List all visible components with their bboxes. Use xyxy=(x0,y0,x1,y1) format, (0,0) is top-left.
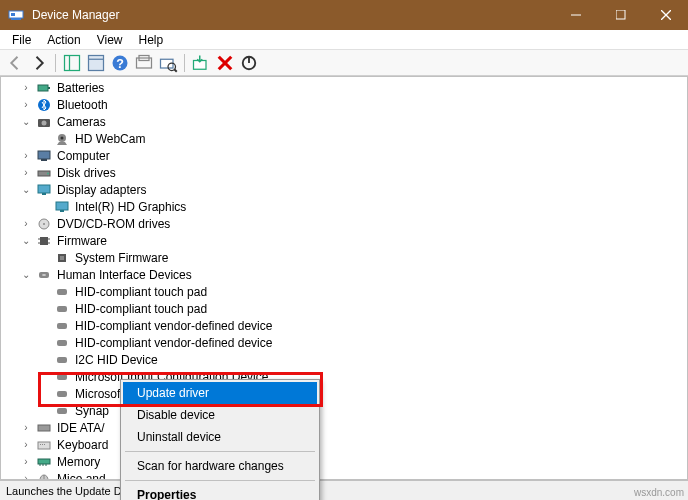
minimize-button[interactable] xyxy=(553,0,598,30)
tree-item-ideata[interactable]: ›IDE ATA/ xyxy=(1,419,687,436)
svg-rect-50 xyxy=(57,323,67,329)
tree-item-cameras[interactable]: ⌄Cameras xyxy=(1,113,687,130)
menu-view[interactable]: View xyxy=(89,31,131,49)
disk-icon xyxy=(36,165,52,181)
svg-rect-30 xyxy=(41,159,47,161)
expand-icon[interactable]: › xyxy=(19,81,33,95)
tree-item-synap[interactable]: Synap xyxy=(1,402,687,419)
svg-rect-56 xyxy=(38,425,50,431)
hid-icon xyxy=(54,369,70,385)
context-scan-hardware[interactable]: Scan for hardware changes xyxy=(123,455,317,477)
update-driver-button[interactable] xyxy=(190,52,212,74)
expand-icon[interactable]: › xyxy=(19,166,33,180)
collapse-icon[interactable]: ⌄ xyxy=(19,115,33,129)
menu-file[interactable]: File xyxy=(4,31,39,49)
collapse-icon[interactable]: ⌄ xyxy=(19,268,33,282)
collapse-icon[interactable]: ⌄ xyxy=(19,183,33,197)
hid-icon xyxy=(54,301,70,317)
svg-point-47 xyxy=(42,274,46,276)
separator xyxy=(125,451,315,452)
scan-button[interactable] xyxy=(157,52,179,74)
computer-icon xyxy=(36,148,52,164)
svg-rect-49 xyxy=(57,306,67,312)
context-properties[interactable]: Properties xyxy=(123,484,317,500)
svg-rect-2 xyxy=(11,13,15,16)
tree-item-display[interactable]: ⌄Display adapters xyxy=(1,181,687,198)
svg-rect-22 xyxy=(38,85,48,91)
tree-item-hidvendor1[interactable]: HID-compliant vendor-defined device xyxy=(1,317,687,334)
expand-icon[interactable]: › xyxy=(19,149,33,163)
tree-item-hid[interactable]: ⌄Human Interface Devices xyxy=(1,266,687,283)
tree-item-i2chid[interactable]: I2C HID Device xyxy=(1,351,687,368)
svg-rect-53 xyxy=(57,374,67,380)
hid-icon xyxy=(54,386,70,402)
toolbar: ? xyxy=(0,50,688,76)
svg-rect-54 xyxy=(57,391,67,397)
device-tree[interactable]: ›Batteries ›Bluetooth ⌄Cameras HD WebCam… xyxy=(0,76,688,480)
chip-icon xyxy=(36,233,52,249)
separator xyxy=(125,480,315,481)
display-icon xyxy=(54,199,70,215)
tree-item-batteries[interactable]: ›Batteries xyxy=(1,79,687,96)
show-hidden-button[interactable] xyxy=(133,52,155,74)
context-uninstall-device[interactable]: Uninstall device xyxy=(123,426,317,448)
tree-item-memory[interactable]: ›Memory xyxy=(1,453,687,470)
svg-point-32 xyxy=(47,172,49,174)
tree-item-hidtouch1[interactable]: HID-compliant touch pad xyxy=(1,283,687,300)
svg-rect-36 xyxy=(60,210,64,212)
tree-item-hidvendor2[interactable]: HID-compliant vendor-defined device xyxy=(1,334,687,351)
dvd-icon xyxy=(36,216,52,232)
expand-icon[interactable]: › xyxy=(19,472,33,481)
uninstall-button[interactable] xyxy=(214,52,236,74)
back-button[interactable] xyxy=(4,52,26,74)
chip-icon xyxy=(54,250,70,266)
svg-rect-57 xyxy=(38,442,50,449)
tree-item-sysfirmware[interactable]: System Firmware xyxy=(1,249,687,266)
hid-icon xyxy=(54,335,70,351)
tree-item-hdwebcam[interactable]: HD WebCam xyxy=(1,130,687,147)
tree-item-computer[interactable]: ›Computer xyxy=(1,147,687,164)
tree-item-hidtouch2[interactable]: HID-compliant touch pad xyxy=(1,300,687,317)
hid-icon xyxy=(54,318,70,334)
expand-icon[interactable]: › xyxy=(19,421,33,435)
expand-icon[interactable]: › xyxy=(19,438,33,452)
menu-action[interactable]: Action xyxy=(39,31,88,49)
close-button[interactable] xyxy=(643,0,688,30)
tree-item-msinput1[interactable]: Microsoft Input Configuration Device xyxy=(1,368,687,385)
context-update-driver[interactable]: Update driver xyxy=(123,382,317,404)
tree-item-intelhd[interactable]: Intel(R) HD Graphics xyxy=(1,198,687,215)
svg-rect-61 xyxy=(38,459,50,464)
tree-item-firmware[interactable]: ⌄Firmware xyxy=(1,232,687,249)
svg-rect-9 xyxy=(89,55,104,70)
svg-rect-52 xyxy=(57,357,67,363)
forward-button[interactable] xyxy=(28,52,50,74)
menu-help[interactable]: Help xyxy=(131,31,172,49)
watermark: wsxdn.com xyxy=(634,487,684,498)
properties-button[interactable] xyxy=(85,52,107,74)
expand-icon[interactable]: › xyxy=(19,217,33,231)
menu-bar: File Action View Help xyxy=(0,30,688,50)
tree-item-dvdcd[interactable]: ›DVD/CD-ROM drives xyxy=(1,215,687,232)
maximize-button[interactable] xyxy=(598,0,643,30)
svg-line-17 xyxy=(174,69,177,72)
svg-rect-23 xyxy=(48,87,50,89)
tree-item-keyboard[interactable]: ›Keyboard xyxy=(1,436,687,453)
svg-rect-1 xyxy=(11,18,21,20)
svg-rect-45 xyxy=(60,256,64,260)
hid-icon xyxy=(36,267,52,283)
svg-rect-7 xyxy=(65,55,80,70)
context-disable-device[interactable]: Disable device xyxy=(123,404,317,426)
tree-item-diskdrives[interactable]: ›Disk drives xyxy=(1,164,687,181)
disable-button[interactable] xyxy=(238,52,260,74)
expand-icon[interactable]: › xyxy=(19,455,33,469)
show-hide-console-tree-button[interactable] xyxy=(61,52,83,74)
help-button[interactable]: ? xyxy=(109,52,131,74)
tree-item-bluetooth[interactable]: ›Bluetooth xyxy=(1,96,687,113)
hid-icon xyxy=(54,403,70,419)
svg-rect-55 xyxy=(57,408,67,414)
expand-icon[interactable]: › xyxy=(19,98,33,112)
collapse-icon[interactable]: ⌄ xyxy=(19,234,33,248)
tree-item-mice[interactable]: ›Mice and xyxy=(1,470,687,480)
tree-item-msinput2[interactable]: Microsoft Input Configuration Device xyxy=(1,385,687,402)
svg-rect-35 xyxy=(56,202,68,210)
